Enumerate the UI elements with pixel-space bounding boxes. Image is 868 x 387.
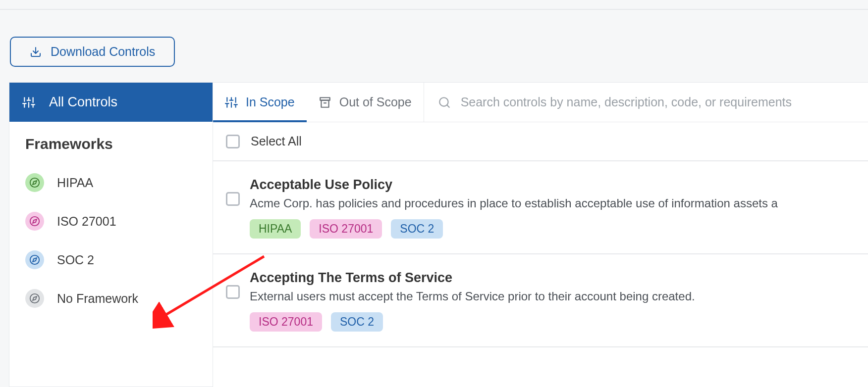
control-title: Acceptable Use Policy	[250, 177, 855, 193]
control-description: External users must accept the Terms of …	[250, 290, 855, 303]
svg-marker-17	[33, 296, 37, 300]
search-wrap	[424, 83, 868, 122]
framework-label: HIPAA	[57, 176, 93, 190]
frameworks-header: Frameworks	[9, 122, 213, 163]
framework-icon-wrap	[25, 212, 44, 231]
search-input[interactable]	[461, 95, 854, 109]
control-tags: HIPAAISO 27001SOC 2	[250, 219, 855, 239]
svg-marker-15	[33, 258, 37, 262]
sliders-icon	[22, 96, 35, 109]
select-all-checkbox[interactable]	[226, 135, 240, 148]
tab-in-scope-label: In Scope	[246, 95, 295, 109]
framework-icon-wrap	[25, 250, 44, 269]
svg-marker-13	[33, 219, 37, 223]
framework-tag: ISO 27001	[250, 312, 322, 332]
control-description: Acme Corp. has policies and procedures i…	[250, 196, 855, 210]
control-checkbox[interactable]	[226, 192, 240, 206]
control-item[interactable]: Acceptable Use Policy Acme Corp. has pol…	[213, 161, 868, 254]
framework-label: SOC 2	[57, 253, 94, 267]
compass-icon	[29, 293, 40, 304]
select-all-row: Select All	[213, 122, 868, 161]
svg-line-31	[447, 105, 449, 107]
sidebar-all-controls[interactable]: All Controls	[9, 83, 213, 122]
framework-label: ISO 27001	[57, 214, 116, 229]
tab-in-scope[interactable]: In Scope	[213, 83, 307, 122]
scope-tabs: In Scope Out of Scope	[213, 83, 424, 122]
svg-point-12	[30, 217, 39, 226]
topbar: In Scope Out of Scope	[213, 83, 868, 122]
tab-out-of-scope-label: Out of Scope	[339, 95, 412, 109]
control-title: Accepting The Terms of Service	[250, 270, 855, 286]
sidebar-framework-item[interactable]: HIPAA	[9, 163, 213, 202]
svg-marker-11	[33, 181, 37, 185]
svg-point-10	[30, 178, 39, 187]
sliders-icon	[225, 96, 238, 109]
framework-label: No Framework	[57, 291, 138, 306]
control-tags: ISO 27001SOC 2	[250, 312, 855, 332]
control-checkbox[interactable]	[226, 285, 240, 299]
svg-rect-28	[321, 100, 328, 107]
framework-tag: SOC 2	[331, 312, 383, 332]
framework-tag: SOC 2	[391, 219, 443, 239]
sidebar-framework-item[interactable]: SOC 2	[9, 241, 213, 279]
sidebar-framework-item[interactable]: No Framework	[9, 279, 213, 318]
compass-icon	[29, 254, 40, 265]
svg-point-14	[30, 255, 39, 264]
archive-icon	[319, 96, 331, 109]
all-controls-label: All Controls	[49, 95, 117, 110]
sidebar: All Controls Frameworks HIPAA ISO 27001 …	[9, 82, 213, 387]
compass-icon	[29, 177, 40, 188]
control-item[interactable]: Accepting The Terms of Service External …	[213, 254, 868, 347]
framework-icon-wrap	[25, 289, 44, 308]
framework-tag: HIPAA	[250, 219, 301, 239]
framework-icon-wrap	[25, 173, 44, 192]
top-divider	[0, 9, 868, 10]
download-icon	[30, 46, 42, 58]
main-panel: In Scope Out of Scope	[213, 82, 868, 387]
search-icon	[438, 96, 451, 109]
select-all-label: Select All	[251, 134, 302, 148]
download-controls-button[interactable]: Download Controls	[10, 37, 175, 67]
tab-out-of-scope[interactable]: Out of Scope	[307, 83, 424, 122]
download-controls-label: Download Controls	[51, 45, 155, 59]
compass-icon	[29, 216, 40, 227]
svg-point-16	[30, 294, 39, 303]
framework-tag: ISO 27001	[310, 219, 382, 239]
sidebar-framework-item[interactable]: ISO 27001	[9, 202, 213, 241]
